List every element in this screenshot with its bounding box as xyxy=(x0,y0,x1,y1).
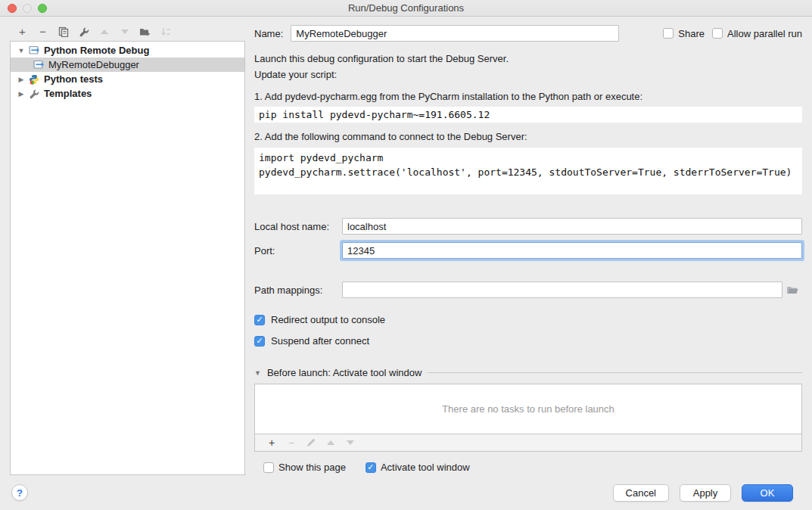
step-2-text: 2. Add the following command to connect … xyxy=(254,129,802,145)
share-checkbox[interactable] xyxy=(663,28,674,39)
suspend-after-connect-row[interactable]: ✓ Suspend after connect xyxy=(254,335,802,347)
code-line-1: import pydevd_pycharm xyxy=(259,152,383,163)
tree-item-label: MyRemoteDebugger xyxy=(48,59,139,70)
local-host-name-input[interactable] xyxy=(342,218,802,235)
step-1-text: 1. Add pydevd-pycharm.egg from the PyCha… xyxy=(254,89,802,104)
remote-debug-config-icon xyxy=(27,45,41,56)
configuration-editor: Name: Share Allow parallel run Launch th… xyxy=(254,17,802,475)
python-tests-icon xyxy=(27,74,41,85)
add-task-button[interactable]: + xyxy=(262,437,282,449)
cancel-button[interactable]: Cancel xyxy=(613,484,669,502)
title-bar: Run/Debug Configurations xyxy=(0,0,812,17)
description-line-2: Update your script: xyxy=(254,67,802,82)
move-up-icon xyxy=(94,25,114,39)
remove-configuration-button[interactable]: − xyxy=(33,25,53,39)
move-task-up-icon xyxy=(321,440,341,445)
share-label: Share xyxy=(678,28,705,39)
tree-item-templates[interactable]: ▶ Templates xyxy=(11,86,244,101)
tree-item-label: Python tests xyxy=(44,73,103,85)
chevron-right-icon[interactable]: ▶ xyxy=(15,90,27,98)
traffic-lights xyxy=(8,4,47,13)
dialog-body: + − ▼ xyxy=(0,17,812,475)
folder-icon xyxy=(786,285,798,295)
before-launch-toolbar: + − xyxy=(254,434,802,452)
settrace-code-block: import pydevd_pycharm pydevd_pycharm.set… xyxy=(254,148,802,194)
templates-wrench-icon xyxy=(27,89,41,99)
local-host-name-label: Local host name: xyxy=(254,221,342,232)
sort-configurations-icon xyxy=(155,25,176,39)
show-this-page-group[interactable]: Show this page xyxy=(263,462,346,473)
share-checkbox-group[interactable]: Share xyxy=(663,28,705,39)
tree-item-python-remote-debug[interactable]: ▼ Python Remote Debug xyxy=(11,43,244,58)
configurations-toolbar: + − xyxy=(0,17,254,41)
move-down-icon xyxy=(114,25,135,39)
suspend-after-connect-checkbox[interactable]: ✓ xyxy=(254,336,265,347)
code-line-2: pydevd_pycharm.settrace('localhost', por… xyxy=(259,166,792,178)
run-debug-configurations-dialog: Run/Debug Configurations + − xyxy=(0,0,812,510)
dialog-footer: ? Cancel Apply OK xyxy=(0,475,812,510)
before-launch-header[interactable]: ▼ Before launch: Activate tool window xyxy=(254,367,802,378)
port-input[interactable] xyxy=(342,242,802,259)
activate-tool-window-label: Activate tool window xyxy=(381,462,470,473)
path-mappings-label: Path mappings: xyxy=(254,285,342,296)
minimize-window-button xyxy=(23,4,32,13)
redirect-output-checkbox[interactable]: ✓ xyxy=(254,315,265,325)
zoom-window-button[interactable] xyxy=(38,4,47,13)
left-panel: + − ▼ xyxy=(0,17,254,475)
show-this-page-checkbox[interactable] xyxy=(263,462,274,473)
chevron-right-icon[interactable]: ▶ xyxy=(15,76,27,83)
copy-configuration-icon[interactable] xyxy=(53,25,73,39)
remove-task-button: − xyxy=(282,437,301,449)
chevron-down-icon[interactable]: ▼ xyxy=(15,47,27,54)
create-folder-icon[interactable] xyxy=(135,25,155,39)
tree-item-label: Templates xyxy=(44,88,92,99)
before-launch-task-list[interactable]: There are no tasks to run before launch xyxy=(254,384,802,434)
before-launch-title: Before launch: Activate tool window xyxy=(267,367,422,378)
description-line-1: Launch this debug configuration to start… xyxy=(254,51,802,67)
activate-tool-window-checkbox[interactable]: ✓ xyxy=(366,462,376,473)
header-rule xyxy=(428,372,802,373)
move-task-down-icon xyxy=(341,440,360,445)
show-this-page-label: Show this page xyxy=(278,462,346,473)
name-label: Name: xyxy=(254,28,283,39)
tree-item-label: Python Remote Debug xyxy=(44,45,149,56)
browse-path-mappings-button[interactable] xyxy=(782,281,802,298)
redirect-output-row[interactable]: ✓ Redirect output to console xyxy=(254,314,802,325)
edit-templates-wrench-icon[interactable] xyxy=(73,25,94,39)
edit-task-pencil-icon xyxy=(301,438,321,447)
collapse-triangle-icon[interactable]: ▼ xyxy=(254,369,261,377)
path-mappings-input[interactable] xyxy=(342,281,782,298)
remote-debug-config-icon xyxy=(32,60,45,70)
port-label: Port: xyxy=(254,245,342,257)
allow-parallel-run-label: Allow parallel run xyxy=(727,28,802,39)
window-title: Run/Debug Configurations xyxy=(348,2,464,14)
name-input[interactable] xyxy=(291,25,619,42)
suspend-after-connect-label: Suspend after connect xyxy=(271,335,369,347)
apply-button[interactable]: Apply xyxy=(680,484,731,502)
configurations-tree: ▼ Python Remote Debug MyRemoteDebugger ▶ xyxy=(10,41,245,475)
empty-tasks-text: There are no tasks to run before launch xyxy=(442,403,614,415)
allow-parallel-run-checkbox-group[interactable]: Allow parallel run xyxy=(712,28,802,39)
help-button[interactable]: ? xyxy=(11,484,28,501)
activate-tool-window-group[interactable]: ✓ Activate tool window xyxy=(366,462,470,473)
add-configuration-button[interactable]: + xyxy=(12,25,33,39)
pip-install-command: pip install pydevd-pycharm~=191.6605.12 xyxy=(254,107,802,123)
close-window-button[interactable] xyxy=(8,4,17,13)
redirect-output-label: Redirect output to console xyxy=(271,314,385,325)
tree-item-python-tests[interactable]: ▶ Python tests xyxy=(11,72,244,86)
ok-button[interactable]: OK xyxy=(742,484,793,502)
tree-item-myremotedebugger[interactable]: MyRemoteDebugger xyxy=(11,58,244,72)
allow-parallel-run-checkbox[interactable] xyxy=(712,28,723,39)
